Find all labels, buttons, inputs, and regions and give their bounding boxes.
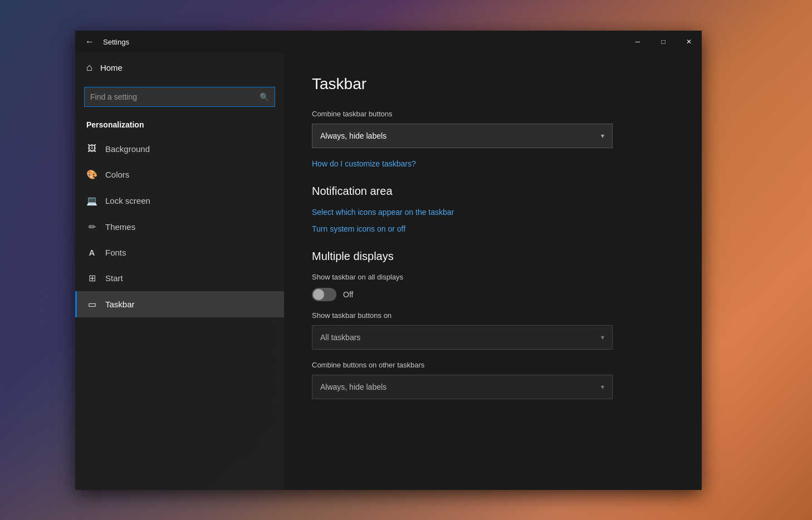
start-icon: ⊞ [86,273,97,283]
themes-icon: ✏ [86,222,97,232]
sidebar-item-fonts[interactable]: A Fonts [75,240,284,265]
sidebar-item-label-start: Start [105,273,123,283]
multiple-displays-heading: Multiple displays [312,250,674,263]
back-button[interactable]: ← [82,34,97,50]
titlebar: ← Settings ─ □ ✕ [75,31,702,53]
sidebar-item-label-lock-screen: Lock screen [105,196,150,205]
show-taskbar-toggle[interactable] [312,288,336,301]
combine-taskbar-section: Combine taskbar buttons Always, hide lab… [312,110,674,148]
combine-other-taskbars-value: Always, hide labels [320,382,387,391]
home-nav-item[interactable]: ⌂ Home [75,53,284,82]
minimize-button[interactable]: ─ [625,31,650,53]
show-taskbar-buttons-dropdown[interactable]: All taskbars ▾ [312,325,613,350]
close-button[interactable]: ✕ [676,31,702,53]
sidebar-item-start[interactable]: ⊞ Start [75,265,284,291]
window-title: Settings [103,38,129,46]
titlebar-left: ← Settings [82,34,129,50]
show-taskbar-buttons-section: Show taskbar buttons on All taskbars ▾ [312,311,674,350]
system-icons-link[interactable]: Turn system icons on or off [312,224,674,233]
sidebar: ⌂ Home 🔍 Personalization 🖼 Background 🎨 … [75,53,284,490]
maximize-button[interactable]: □ [650,31,676,53]
lock-screen-icon: 💻 [86,195,97,206]
taskbar-icon: ▭ [86,299,97,310]
combine-taskbar-label: Combine taskbar buttons [312,110,674,118]
sidebar-item-colors[interactable]: 🎨 Colors [75,161,284,188]
minimize-icon: ─ [635,38,640,46]
select-icons-link[interactable]: Select which icons appear on the taskbar [312,208,674,217]
search-input[interactable] [90,92,260,101]
combine-other-taskbars-dropdown[interactable]: Always, hide labels ▾ [312,375,613,399]
show-taskbar-all-displays-label: Show taskbar on all displays [312,273,674,281]
combine-taskbar-arrow: ▾ [601,132,604,140]
sidebar-item-background[interactable]: 🖼 Background [75,136,284,161]
search-icon: 🔍 [260,92,269,101]
toggle-off-label: Off [343,290,353,299]
toggle-thumb [313,289,324,300]
page-title: Taskbar [312,75,674,93]
main-panel: Taskbar Combine taskbar buttons Always, … [284,53,702,490]
combine-other-taskbars-section: Combine buttons on other taskbars Always… [312,361,674,399]
show-taskbar-buttons-label: Show taskbar buttons on [312,311,674,320]
show-taskbar-buttons-arrow: ▾ [601,333,604,341]
show-taskbar-buttons-value: All taskbars [320,333,360,342]
sidebar-item-label-background: Background [105,144,150,154]
show-taskbar-toggle-row: Off [312,288,674,301]
back-icon: ← [85,37,94,47]
colors-icon: 🎨 [86,169,97,180]
sidebar-section-title: Personalization [75,116,284,136]
sidebar-item-label-fonts: Fonts [105,248,126,257]
search-box: 🔍 [84,87,275,107]
fonts-icon: A [86,248,97,257]
home-label: Home [100,63,123,72]
settings-window: ← Settings ─ □ ✕ ⌂ Home 🔍 [75,31,702,490]
sidebar-item-themes[interactable]: ✏ Themes [75,214,284,240]
window-controls: ─ □ ✕ [625,31,702,53]
notification-area-heading: Notification area [312,185,674,198]
customize-taskbars-link[interactable]: How do I customize taskbars? [312,159,674,168]
sidebar-item-label-colors: Colors [105,170,129,179]
combine-other-taskbars-arrow: ▾ [601,383,604,391]
maximize-icon: □ [661,38,665,46]
close-icon: ✕ [686,38,692,46]
background-icon: 🖼 [86,144,97,154]
sidebar-item-lock-screen[interactable]: 💻 Lock screen [75,188,284,214]
home-icon: ⌂ [86,62,92,73]
combine-other-taskbars-label: Combine buttons on other taskbars [312,361,674,369]
content-area: ⌂ Home 🔍 Personalization 🖼 Background 🎨 … [75,53,702,490]
combine-taskbar-dropdown[interactable]: Always, hide labels ▾ [312,124,613,148]
sidebar-item-label-themes: Themes [105,222,135,232]
sidebar-item-label-taskbar: Taskbar [105,300,135,309]
sidebar-item-taskbar[interactable]: ▭ Taskbar [75,291,284,317]
combine-taskbar-value: Always, hide labels [320,131,387,140]
